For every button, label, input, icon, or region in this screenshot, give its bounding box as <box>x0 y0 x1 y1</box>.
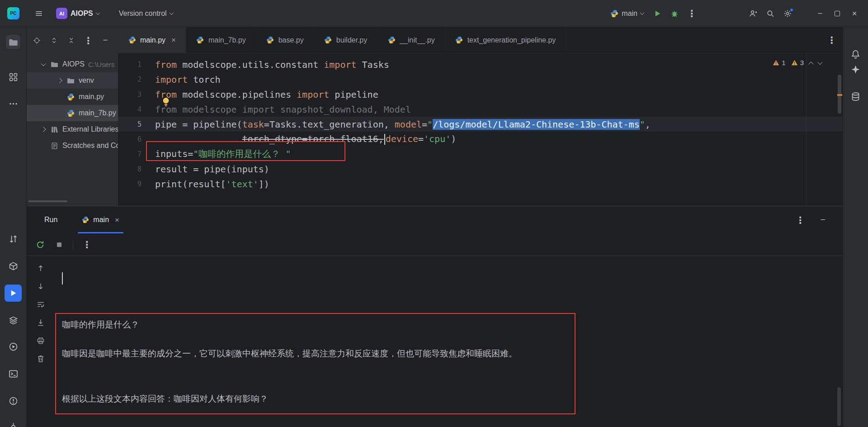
run-config-name: main <box>622 9 637 18</box>
main-menu-button[interactable] <box>32 6 46 21</box>
debug-bug-icon <box>670 9 679 18</box>
close-button[interactable]: × <box>847 6 862 21</box>
tab-list-button[interactable]: ⋮ <box>827 35 836 45</box>
python-icon <box>65 109 76 117</box>
ai-assistant-icon[interactable] <box>849 62 863 76</box>
run-panel: Run main × ⋮ − ⋮ <box>27 206 843 427</box>
code-line-6[interactable]: 6 torch_dtype=torch.float16,device='cpu'… <box>118 132 843 147</box>
code-line-3[interactable]: 3from modelscope.pipelines import pipeli… <box>118 87 843 102</box>
editor-tab-base.py[interactable]: base.py <box>256 27 314 53</box>
code-line-2[interactable]: 2import torch <box>118 72 843 87</box>
tab-close-icon[interactable]: × <box>115 216 119 224</box>
library-icon <box>48 126 60 133</box>
database-icon[interactable] <box>849 89 863 104</box>
run-tool-button[interactable] <box>5 285 22 302</box>
chevron-right-icon[interactable] <box>57 78 62 83</box>
console-options-button[interactable]: ⋮ <box>80 237 94 252</box>
run-panel-options-button[interactable]: ⋮ <box>793 213 807 227</box>
rerun-button[interactable] <box>33 237 47 252</box>
select-opened-file-button[interactable] <box>29 33 44 47</box>
python-icon <box>82 216 89 223</box>
hide-run-panel-button[interactable]: − <box>816 213 830 227</box>
tree-item-scratches-and-consoles[interactable]: Scratches and Consoles <box>27 138 118 154</box>
search-icon <box>766 9 774 18</box>
print-button[interactable] <box>35 335 47 346</box>
more-actions-button[interactable]: ⋮ <box>684 6 699 21</box>
prev-problem-icon[interactable] <box>808 62 813 66</box>
maximize-icon <box>835 11 840 16</box>
run-tab-main[interactable]: main × <box>75 206 126 233</box>
tab-close-icon[interactable]: × <box>171 36 176 44</box>
structure-tool-button[interactable] <box>6 70 20 84</box>
project-panel-scrollbar[interactable] <box>28 200 67 202</box>
console-line: 咖啡的作用是什么？ <box>62 319 139 331</box>
debug-button[interactable] <box>667 6 682 21</box>
terminal-tool-button[interactable] <box>6 366 20 381</box>
run-anything-button[interactable] <box>6 339 20 354</box>
project-tool-button[interactable] <box>6 35 20 49</box>
editor-tab-main.py[interactable]: main.py× <box>118 27 186 53</box>
tree-item-main_7b.py[interactable]: main_7b.py <box>27 105 118 121</box>
notifications-bell-icon[interactable] <box>849 47 863 61</box>
run-button[interactable] <box>650 6 665 21</box>
folder-icon <box>65 77 76 85</box>
python-icon <box>196 36 204 44</box>
soft-wrap-button[interactable] <box>35 299 47 310</box>
chevron-right-icon[interactable] <box>41 127 46 132</box>
more-tools-button[interactable] <box>6 96 20 111</box>
tree-item-aiops[interactable]: AIOPSC:\Users <box>27 56 118 72</box>
editor-tab-__init__.py[interactable]: __init__.py <box>377 27 445 53</box>
settings-button[interactable] <box>780 6 795 21</box>
collapse-all-button[interactable] <box>64 33 78 47</box>
editor-tab-builder.py[interactable]: builder.py <box>314 27 378 53</box>
project-selector[interactable]: AI AIOPS <box>52 6 103 21</box>
code-editor[interactable]: 1from modelscope.utils.constant import T… <box>118 53 843 206</box>
tree-item-venv[interactable]: venv <box>27 72 118 89</box>
run-config-selector[interactable]: main <box>607 6 647 21</box>
code-line-7[interactable]: 7inputs="咖啡的作用是什么？ " <box>118 147 843 161</box>
editor-tab-main_7b.py[interactable]: main_7b.py <box>186 27 256 53</box>
down-stack-button[interactable] <box>35 280 47 292</box>
vcs-menu[interactable]: Version control <box>115 6 177 21</box>
search-everywhere-button[interactable] <box>763 6 778 21</box>
intention-bulb-icon[interactable] <box>161 96 171 106</box>
problems-tool-button[interactable] <box>6 394 20 408</box>
code-with-me-button[interactable] <box>746 6 760 21</box>
console-output[interactable]: 咖啡的作用是什么？ 咖啡因是咖啡中最主要的成分之一，它可以刺激中枢神经系统，提高… <box>55 256 843 427</box>
project-options-button[interactable]: ⋮ <box>81 33 95 47</box>
warning-stripe-mark[interactable] <box>837 94 842 96</box>
pycharm-logo: PC <box>7 7 19 19</box>
editor-tab-text_generation_pipeline.py[interactable]: text_generation_pipeline.py <box>445 27 566 53</box>
python-icon <box>610 9 618 18</box>
python-packages-button[interactable] <box>6 259 20 273</box>
toolbar-divider <box>73 240 73 249</box>
stop-button[interactable] <box>52 237 66 252</box>
code-line-5[interactable]: 5pipe = pipeline(task=Tasks.text_generat… <box>118 117 843 132</box>
minimize-button[interactable]: − <box>813 6 827 21</box>
run-play-icon <box>653 9 661 18</box>
scroll-to-end-button[interactable] <box>35 317 47 328</box>
hide-project-panel-button[interactable]: − <box>98 33 113 47</box>
chevron-down-icon[interactable] <box>41 61 46 66</box>
console-scrollbar[interactable] <box>837 387 841 426</box>
run-configurations-button[interactable] <box>6 232 20 246</box>
code-line-1[interactable]: 1from modelscope.utils.constant import T… <box>118 57 843 72</box>
stop-icon <box>55 241 63 249</box>
commit-tool-button[interactable] <box>6 420 20 427</box>
code-line-9[interactable]: 9print(result['text']) <box>118 176 843 191</box>
maximize-button[interactable] <box>830 6 844 21</box>
up-stack-button[interactable] <box>35 262 47 274</box>
tree-item-main.py[interactable]: main.py <box>27 89 118 105</box>
code-line-8[interactable]: 8result = pipe(inputs) <box>118 161 843 176</box>
tree-item-external-libraries[interactable]: External Libraries <box>27 121 118 138</box>
next-problem-icon[interactable] <box>817 59 822 64</box>
python-icon <box>266 36 274 44</box>
expand-all-button[interactable] <box>47 33 61 47</box>
inspection-widget[interactable]: 1 3 <box>773 59 822 66</box>
clear-console-button[interactable] <box>35 353 47 365</box>
run-toolbar: ⋮ <box>27 233 843 256</box>
services-tool-button[interactable] <box>6 313 20 327</box>
console-caret <box>62 272 63 285</box>
console-line: 咖啡因是咖啡中最主要的成分之一，它可以刺激中枢神经系统，提高注意力和反应速度，但… <box>62 348 517 360</box>
code-line-4[interactable]: 4from modelscope import snapshot_downloa… <box>118 102 843 117</box>
